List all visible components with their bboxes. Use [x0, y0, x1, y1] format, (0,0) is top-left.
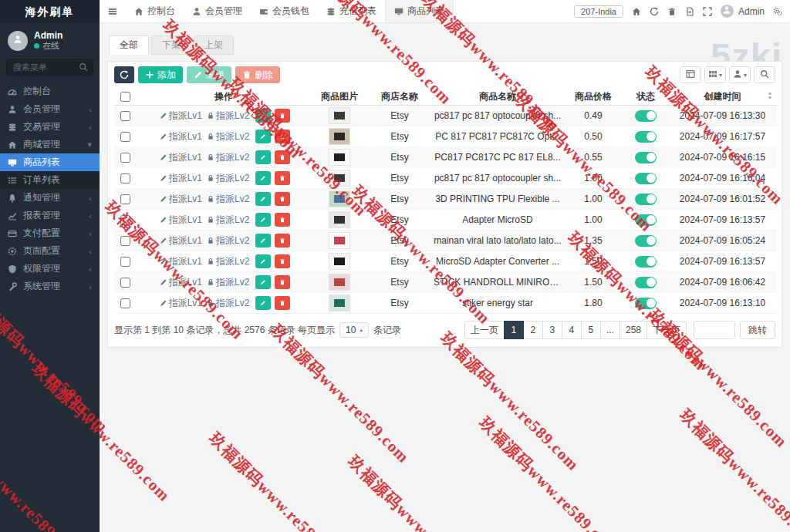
assign-lv2-link[interactable]: 指派Lv2: [207, 234, 249, 247]
topbar-tab-member-wallet[interactable]: 会员钱包: [251, 0, 318, 22]
delete-button[interactable]: 删除: [235, 66, 280, 83]
assign-lv2-link[interactable]: 指派Lv2: [207, 255, 249, 268]
status-toggle[interactable]: [635, 256, 657, 268]
assign-lv1-link[interactable]: 指派Lv1: [160, 234, 202, 247]
status-toggle[interactable]: [635, 110, 657, 122]
sidebar-item-pages[interactable]: 页面配置‹: [0, 242, 100, 260]
topbar-tab-console[interactable]: 控制台: [126, 0, 184, 22]
row-checkbox[interactable]: [120, 278, 130, 288]
assign-lv2-link[interactable]: 指派Lv2: [207, 214, 249, 227]
sidebar-item-console[interactable]: 控制台: [0, 82, 100, 100]
sidebar-item-orders[interactable]: 订单列表: [0, 171, 100, 189]
jump-button[interactable]: 跳转: [740, 321, 775, 339]
toggle-pagination-button[interactable]: [680, 66, 701, 83]
row-delete-button[interactable]: [275, 171, 290, 185]
hamburger-icon[interactable]: [100, 7, 126, 16]
assign-lv2-link[interactable]: 指派Lv2: [207, 172, 249, 185]
add-button[interactable]: 添加: [138, 66, 183, 83]
row-delete-button[interactable]: [275, 254, 290, 268]
row-checkbox[interactable]: [120, 111, 130, 121]
status-toggle[interactable]: [635, 277, 657, 288]
assign-lv2-link[interactable]: 指派Lv2: [207, 151, 249, 164]
assign-lv1-link[interactable]: 指派Lv1: [160, 109, 202, 123]
page-258[interactable]: 258: [620, 321, 647, 339]
row-edit-button[interactable]: [255, 109, 271, 123]
sidebar-item-mall[interactable]: 商城管理▾: [0, 136, 100, 153]
row-delete-button[interactable]: [275, 275, 290, 289]
assign-lv2-link[interactable]: 指派Lv2: [207, 276, 249, 289]
row-delete-button[interactable]: [275, 213, 290, 227]
topbar-user-name[interactable]: Admin: [738, 6, 765, 17]
sidebar-item-trade[interactable]: 交易管理‹: [0, 118, 100, 136]
line-selector[interactable]: 207-India: [574, 5, 623, 18]
page-ellipsis[interactable]: ...: [600, 321, 620, 339]
fullscreen-icon[interactable]: [703, 7, 712, 16]
search-toggle-button[interactable]: [754, 66, 775, 83]
filter-tab-off-shelf[interactable]: 下架: [151, 35, 191, 55]
page-3[interactable]: 3: [542, 321, 562, 339]
assign-lv1-link[interactable]: 指派Lv1: [160, 276, 202, 289]
page-2[interactable]: 2: [523, 321, 543, 339]
topbar-tab-recharge-list[interactable]: 充值列表: [318, 0, 385, 22]
status-toggle[interactable]: [635, 214, 657, 226]
status-toggle[interactable]: [635, 235, 657, 247]
sidebar-item-reports[interactable]: 报表管理‹: [0, 207, 100, 224]
edit-button[interactable]: 编辑: [187, 66, 231, 83]
topbar-tab-members[interactable]: 会员管理: [184, 0, 251, 22]
status-toggle[interactable]: [635, 131, 657, 143]
col-status[interactable]: 状态: [623, 88, 668, 106]
row-checkbox[interactable]: [120, 215, 130, 225]
sidebar-item-permissions[interactable]: 权限管理‹: [0, 260, 100, 278]
assign-lv2-link[interactable]: 指派Lv2: [207, 297, 249, 310]
assign-lv1-link[interactable]: 指派Lv1: [160, 297, 202, 310]
page-1[interactable]: 1: [504, 321, 524, 339]
status-toggle[interactable]: [635, 152, 657, 163]
row-edit-button[interactable]: [255, 275, 271, 289]
assign-lv1-link[interactable]: 指派Lv1: [160, 172, 202, 185]
select-all-checkbox[interactable]: [120, 92, 130, 102]
row-edit-button[interactable]: [255, 234, 271, 247]
row-checkbox[interactable]: [120, 132, 130, 142]
row-checkbox[interactable]: [120, 298, 130, 308]
row-edit-button[interactable]: [255, 296, 271, 310]
columns-button[interactable]: ▾: [704, 66, 726, 83]
sidebar-item-notify[interactable]: 通知管理‹: [0, 189, 100, 207]
assign-lv2-link[interactable]: 指派Lv2: [207, 109, 249, 123]
sidebar-item-products[interactable]: 商品列表: [0, 153, 100, 171]
row-delete-button[interactable]: [275, 296, 290, 310]
assign-lv1-link[interactable]: 指派Lv1: [160, 151, 202, 164]
page-next[interactable]: 下一页: [647, 321, 687, 339]
assign-lv2-link[interactable]: 指派Lv2: [207, 130, 249, 143]
row-checkbox[interactable]: [120, 194, 130, 204]
menu-search-input[interactable]: [12, 62, 79, 72]
sidebar-item-members[interactable]: 会员管理‹: [0, 100, 100, 118]
sort-icon[interactable]: [765, 91, 775, 100]
page-prev[interactable]: 上一页: [464, 321, 505, 339]
trash-icon[interactable]: [667, 7, 677, 16]
assign-lv1-link[interactable]: 指派Lv1: [160, 214, 202, 227]
assign-lv2-link[interactable]: 指派Lv2: [207, 193, 249, 206]
assign-lv1-link[interactable]: 指派Lv1: [160, 130, 202, 143]
assign-lv1-link[interactable]: 指派Lv1: [160, 193, 202, 206]
refresh-button[interactable]: [114, 66, 134, 83]
row-checkbox[interactable]: [120, 153, 130, 163]
clear-cache-icon[interactable]: [685, 7, 694, 16]
row-checkbox[interactable]: [120, 236, 130, 246]
row-edit-button[interactable]: [255, 254, 271, 268]
home-icon[interactable]: [632, 7, 641, 16]
row-checkbox[interactable]: [120, 257, 130, 267]
row-delete-button[interactable]: [275, 150, 290, 164]
row-delete-button[interactable]: [275, 234, 290, 247]
row-delete-button[interactable]: [275, 130, 290, 143]
col-price[interactable]: 商品价格: [563, 88, 623, 106]
settings-gears-icon[interactable]: [773, 7, 782, 16]
status-toggle[interactable]: [635, 173, 657, 184]
status-toggle[interactable]: [635, 298, 657, 309]
topbar-avatar[interactable]: [721, 5, 734, 18]
page-4[interactable]: 4: [562, 321, 582, 339]
refresh-icon[interactable]: [650, 7, 659, 16]
page-size-select[interactable]: 10▴: [339, 322, 369, 338]
row-delete-button[interactable]: [275, 192, 290, 206]
row-edit-button[interactable]: [255, 171, 271, 185]
col-name[interactable]: 商品名称: [432, 88, 563, 106]
